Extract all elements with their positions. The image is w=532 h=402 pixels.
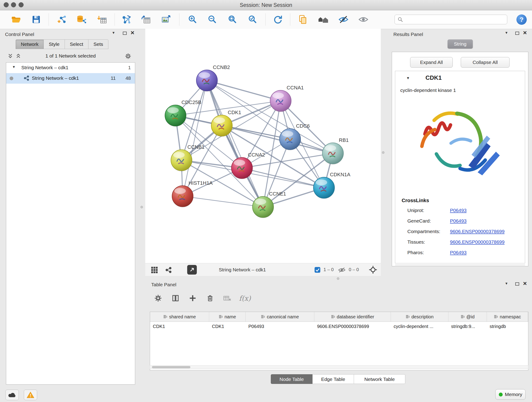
network-node-HIST1H1A[interactable]: HIST1H1A [172, 180, 213, 207]
table-close-panel-icon[interactable]: × [523, 281, 527, 286]
delete-trash-icon[interactable] [204, 292, 216, 304]
tab-network-table[interactable]: Network Table [354, 374, 405, 384]
tab-style[interactable]: Style [44, 39, 65, 49]
panel-menu-icon[interactable]: ▼ [112, 31, 115, 35]
tab-network[interactable]: Network [16, 39, 44, 49]
toolbar-search[interactable] [394, 15, 507, 24]
search-icon [398, 17, 403, 22]
crosslink-value[interactable]: 9606.ENSP00000378699 [450, 239, 505, 245]
crosslink-value[interactable]: P06493 [450, 208, 467, 213]
selected-checkbox-icon[interactable] [314, 267, 321, 274]
table-hscrollbar-thumb[interactable] [152, 366, 190, 368]
new-table-icon[interactable] [139, 13, 152, 26]
crosslink-label: Tissues: [407, 239, 450, 245]
show-columns-icon[interactable] [169, 292, 182, 304]
network-options-gear-icon[interactable] [125, 53, 132, 61]
network-canvas[interactable]: CCNB2CCNA1CDC25BCDK1CDC6RB1CCNB1CCNA2CDK… [145, 29, 381, 263]
collapse-all-button[interactable]: Collapse All [461, 57, 510, 68]
table-row[interactable]: CDK1CDK1P064939606.ENSP00000378699cyclin… [150, 322, 528, 331]
results-panel-menu-icon[interactable]: ▼ [505, 31, 508, 35]
zoom-out-icon[interactable] [206, 13, 219, 26]
node-label: CDC6 [296, 123, 310, 129]
show-all-eye-icon[interactable] [357, 13, 370, 26]
network-node-CCNB2[interactable]: CCNB2 [196, 64, 230, 92]
home-views-icon[interactable] [317, 13, 330, 26]
results-float-panel-icon[interactable] [515, 32, 519, 36]
open-view-in-window-button[interactable] [187, 265, 197, 274]
zoom-fit-icon[interactable] [226, 13, 239, 26]
warnings-button[interactable] [24, 390, 37, 400]
function-builder-icon[interactable]: f(x) [239, 292, 251, 304]
new-network-icon[interactable] [120, 13, 133, 26]
crosslink-value[interactable]: P06493 [450, 218, 467, 223]
table-settings-gear-icon[interactable] [152, 292, 164, 304]
table-float-panel-icon[interactable] [515, 282, 519, 287]
export-image-icon[interactable] [159, 13, 172, 26]
save-session-button[interactable] [30, 13, 43, 26]
crosslink-value[interactable]: 9606.ENSP00000378699 [450, 229, 505, 234]
column-header[interactable]: shared name [150, 312, 209, 322]
expand-all-button[interactable]: Expand All [410, 57, 453, 68]
column-header[interactable]: canonical name [246, 312, 314, 322]
tab-string[interactable]: String [447, 39, 473, 49]
network-node-CCNA1[interactable]: CCNA1 [270, 85, 304, 112]
collapse-triangle-icon[interactable]: ▼ [12, 65, 16, 69]
node-label: RB1 [339, 137, 349, 143]
column-header[interactable]: database identifier [314, 312, 391, 322]
horizontal-splitter-handle[interactable] [337, 277, 339, 280]
hidden-eye-slash-icon[interactable] [338, 267, 346, 274]
tab-node-table[interactable]: Node Table [271, 374, 312, 384]
open-session-button[interactable] [9, 13, 23, 26]
network-node-CDK1[interactable]: CDK1 [211, 109, 241, 137]
results-scrollbar[interactable] [395, 264, 525, 266]
node-label: CDKN1A [330, 172, 351, 177]
table-hscrollbar[interactable] [150, 365, 528, 369]
titlebar: Session: New Session [0, 0, 532, 10]
network-share-toggle-icon[interactable] [165, 267, 172, 274]
tab-edge-table[interactable]: Edge Table [312, 374, 354, 384]
network-node-RB1[interactable]: RB1 [322, 137, 349, 165]
right-splitter-handle[interactable] [382, 151, 385, 154]
network-selection-status: 1 of 1 Network selected [2, 53, 139, 59]
import-network-database-icon[interactable] [75, 13, 88, 26]
import-network-file-icon[interactable] [56, 13, 69, 26]
hide-selection-eye-icon[interactable] [337, 13, 350, 26]
close-panel-icon[interactable]: × [131, 30, 134, 35]
search-input[interactable] [405, 17, 507, 22]
network-node-CCNB1[interactable]: CCNB1 [171, 144, 205, 172]
memory-button[interactable]: Memory [495, 389, 526, 400]
tab-select[interactable]: Select [65, 39, 89, 49]
table-panel-menu-icon[interactable]: ▼ [505, 281, 508, 285]
refresh-layout-icon[interactable] [271, 13, 285, 26]
column-header[interactable]: description [391, 312, 448, 322]
add-column-plus-icon[interactable] [186, 292, 199, 304]
fit-crosshair-icon[interactable] [369, 265, 377, 275]
network-node-CDC25B[interactable]: CDC25B [165, 99, 201, 127]
left-splitter-handle[interactable] [140, 206, 143, 208]
column-header[interactable]: @id [448, 312, 487, 322]
help-icon[interactable]: ? [516, 14, 527, 25]
network-row[interactable]: String Network – cdk1 11 48 [6, 73, 135, 84]
birdseye-grid-icon[interactable] [151, 267, 158, 274]
copy-icon[interactable] [296, 13, 310, 26]
results-panel: Results Panel ▼ × String Expand All Coll… [390, 29, 530, 267]
cloud-status-button[interactable] [6, 390, 19, 400]
crosslink-value[interactable]: P06493 [450, 250, 467, 255]
protein-collapse-icon[interactable]: ▼ [406, 76, 410, 80]
import-table-icon[interactable] [95, 13, 109, 26]
tab-sets[interactable]: Sets [89, 39, 108, 49]
network-collection-row[interactable]: ▼ String Network – cdk1 1 [6, 63, 135, 73]
delete-table-icon[interactable] [221, 292, 234, 304]
column-header[interactable]: name [209, 312, 246, 322]
zoom-in-icon[interactable] [186, 13, 199, 26]
column-header[interactable]: namespac [487, 312, 528, 322]
float-panel-icon[interactable] [123, 32, 127, 36]
network-node-CDKN1A[interactable]: CDKN1A [313, 172, 351, 199]
zoom-selected-icon[interactable] [246, 13, 259, 26]
crosslink-row: Pharos:P06493 [407, 250, 522, 260]
crosslink-row: Tissues:9606.ENSP00000378699 [407, 239, 522, 250]
network-label: String Network – cdk1 [32, 75, 79, 81]
network-graph[interactable]: CCNB2CCNA1CDC25BCDK1CDC6RB1CCNB1CCNA2CDK… [145, 29, 381, 263]
node-label: CDC25B [181, 99, 201, 105]
results-close-panel-icon[interactable]: × [523, 30, 527, 35]
